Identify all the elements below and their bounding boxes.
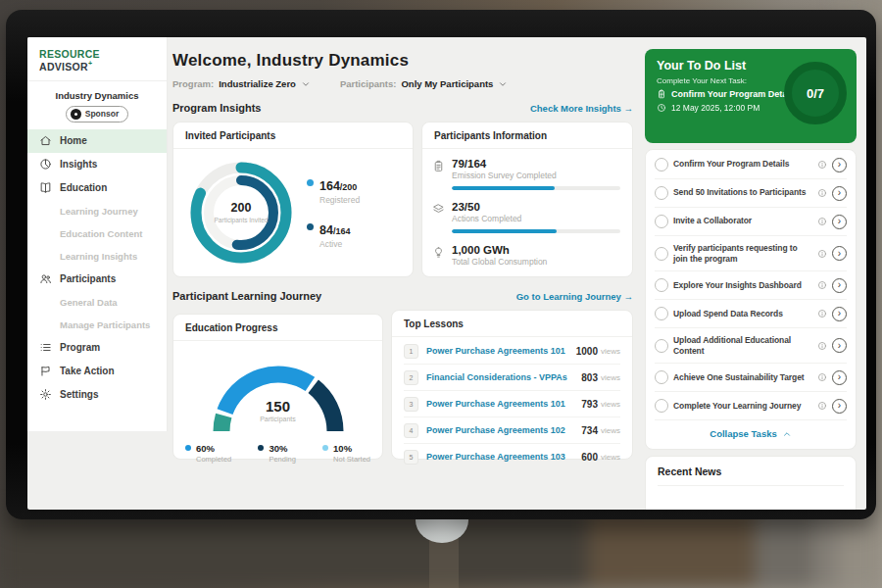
sidebar-item-label: Manage Participants — [60, 319, 150, 330]
info-label: Emission Survey Completed — [452, 171, 620, 180]
lesson-title-link[interactable]: Power Purchase Agreements 103 — [426, 452, 581, 462]
take-action-icon — [39, 365, 52, 377]
sidebar-item-learning-journey[interactable]: Learning Journey — [27, 200, 167, 222]
insights-icon — [39, 158, 52, 171]
recent-news-card: Recent News — [645, 456, 857, 510]
info-icon[interactable] — [817, 309, 827, 318]
collapse-tasks-label: Collapse Tasks — [710, 428, 776, 439]
sidebar-item-participants[interactable]: Participants — [27, 268, 167, 291]
lesson-row: 1 Power Purchase Agreements 101 1000 vie… — [404, 338, 620, 365]
lesson-views-suffix: views — [601, 400, 620, 409]
task-checkbox[interactable] — [655, 215, 668, 228]
info-row-emission-survey: 79/164 Emission Survey Completed — [432, 158, 620, 190]
task-checkbox[interactable] — [655, 339, 668, 353]
legend-dot — [307, 179, 314, 186]
check-more-insights-link[interactable]: Check More Insights → — [530, 103, 633, 114]
sidebar-item-learning-insights[interactable]: Learning Insights — [27, 245, 167, 268]
sidebar-item-education-content[interactable]: Education Content — [27, 222, 167, 245]
task-checkbox[interactable] — [655, 307, 668, 320]
task-checkbox[interactable] — [655, 278, 668, 292]
lesson-rank-badge: 3 — [404, 397, 418, 412]
info-icon[interactable] — [817, 188, 827, 198]
chevron-down-icon — [498, 79, 508, 89]
sidebar-item-label: Learning Insights — [60, 251, 137, 262]
lesson-views-count: 1000 — [576, 346, 598, 357]
info-value: 79/164 — [452, 158, 620, 170]
sidebar-item-education[interactable]: Education — [27, 176, 167, 200]
info-icon[interactable] — [817, 160, 827, 170]
sidebar-item-home[interactable]: Home — [27, 129, 167, 153]
task-chevron-button[interactable]: › — [832, 278, 847, 293]
info-icon[interactable] — [817, 401, 827, 411]
logo-plus: + — [88, 60, 92, 67]
sidebar-item-general-data[interactable]: General Data — [27, 291, 167, 314]
info-icon[interactable] — [817, 249, 827, 259]
sidebar-item-settings[interactable]: Settings — [27, 383, 167, 407]
dashboard-screen: RESOURCE ADVISOR+ Industry Dynamics Spon… — [27, 37, 866, 510]
actions-icon — [432, 203, 445, 233]
sidebar-item-take-action[interactable]: Take Action — [27, 360, 167, 383]
education-progress-card: Education Progress 150 Participants 60% … — [172, 314, 383, 460]
info-icon[interactable] — [817, 217, 827, 226]
task-checkbox[interactable] — [655, 399, 668, 413]
lesson-title-link[interactable]: Power Purchase Agreements 101 — [426, 399, 581, 409]
gauge-center-value: 150 — [173, 398, 382, 415]
top-lessons-list: 1 Power Purchase Agreements 101 1000 vie… — [392, 337, 632, 469]
program-insights-title: Program Insights — [172, 102, 261, 114]
top-lessons-card-title: Top Lessons — [392, 311, 632, 337]
task-label: Upload Spend Data Records — [673, 309, 812, 319]
task-label: Explore Your Insights Dashboard — [673, 280, 812, 291]
lesson-row: 5 Power Purchase Agreements 103 600 view… — [404, 444, 620, 469]
todo-progress-ring: 0/7 — [784, 62, 847, 124]
sidebar-item-manage-participants[interactable]: Manage Participants — [27, 314, 167, 336]
participants-information-card: Participants Information 79/164 Emission… — [421, 122, 633, 277]
sidebar-item-label: Home — [60, 135, 87, 146]
participants-select-label: Participants: — [340, 78, 397, 89]
sidebar-item-label: Education — [60, 182, 107, 193]
task-chevron-button[interactable]: › — [832, 307, 847, 321]
task-chevron-button[interactable]: › — [832, 399, 847, 414]
todo-task-row: Invite a Collaborator › — [655, 208, 847, 236]
legend-value: 84 — [319, 223, 333, 237]
task-chevron-button[interactable]: › — [832, 215, 847, 229]
lesson-views-count: 793 — [581, 399, 598, 410]
info-icon[interactable] — [817, 372, 827, 382]
task-checkbox[interactable] — [655, 158, 668, 172]
lesson-views-suffix: views — [601, 373, 620, 382]
collapse-tasks-link[interactable]: Collapse Tasks — [655, 420, 847, 448]
task-chevron-button[interactable]: › — [832, 370, 847, 385]
todo-task-row: Achieve One Sustainability Target › — [655, 364, 847, 392]
legend-total: /164 — [333, 226, 351, 236]
task-chevron-button[interactable]: › — [832, 338, 847, 353]
photo-background: RESOURCE ADVISOR+ Industry Dynamics Spon… — [0, 0, 882, 588]
legend-total: /200 — [340, 182, 358, 192]
main-content: Welcome, Industry Dynamics Program: Indu… — [172, 37, 633, 460]
go-to-learning-journey-link[interactable]: Go to Learning Journey → — [516, 291, 633, 302]
task-checkbox[interactable] — [655, 247, 668, 261]
progress-bar — [452, 186, 620, 190]
task-chevron-button[interactable]: › — [832, 186, 847, 201]
legend-dot — [307, 223, 314, 230]
program-select[interactable]: Program: Industrialize Zero — [172, 78, 311, 89]
task-label: Verify participants requesting to join t… — [673, 243, 812, 265]
lesson-title-link[interactable]: Financial Considerations - VPPAs — [426, 372, 581, 382]
lesson-title-link[interactable]: Power Purchase Agreements 102 — [426, 425, 581, 435]
info-label: Total Global Consumption — [452, 257, 620, 267]
background-desk-mid — [588, 508, 769, 588]
task-chevron-button[interactable]: › — [832, 158, 847, 172]
task-chevron-button[interactable]: › — [832, 246, 847, 261]
sidebar-item-program[interactable]: Program — [27, 336, 167, 360]
lesson-views-suffix: views — [601, 453, 620, 462]
participants-icon — [39, 272, 52, 285]
app-logo[interactable]: RESOURCE ADVISOR+ — [27, 37, 167, 81]
sponsor-badge[interactable]: Sponsor — [66, 106, 128, 122]
task-checkbox[interactable] — [655, 370, 668, 384]
sidebar-item-insights[interactable]: Insights — [27, 153, 167, 176]
task-checkbox[interactable] — [655, 186, 668, 200]
info-icon[interactable] — [817, 341, 827, 351]
task-label: Upload Additional Educational Content — [673, 335, 812, 357]
lesson-title-link[interactable]: Power Purchase Agreements 101 — [426, 346, 576, 356]
gauge-legend-completed: 60% Completed — [185, 443, 231, 464]
participants-select[interactable]: Participants: Only My Participants — [340, 78, 509, 89]
info-icon[interactable] — [817, 280, 827, 290]
